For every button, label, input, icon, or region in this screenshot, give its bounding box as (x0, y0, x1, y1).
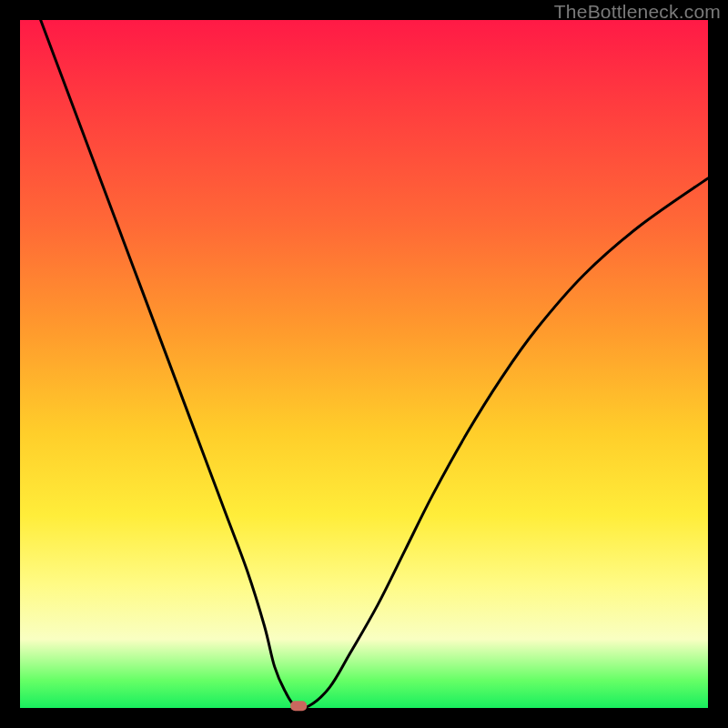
plot-area (20, 20, 708, 708)
watermark-text: TheBottleneck.com (554, 1, 721, 23)
optimum-marker (290, 701, 307, 711)
bottleneck-curve (20, 20, 708, 708)
outer-frame: TheBottleneck.com (0, 0, 728, 728)
